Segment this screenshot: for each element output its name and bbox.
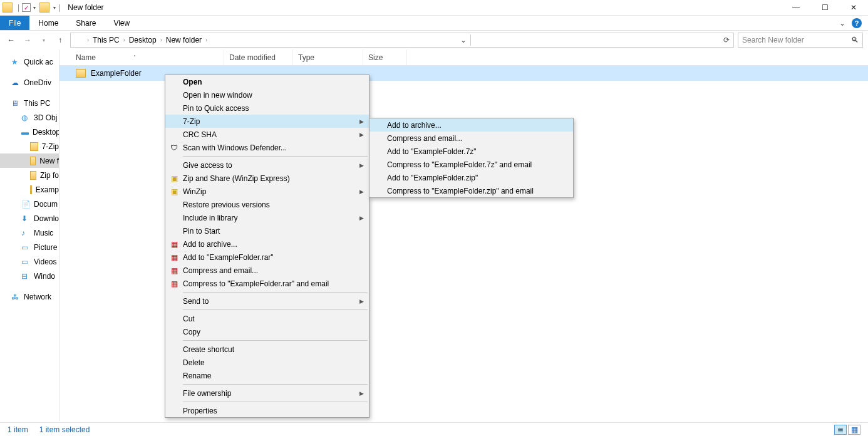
recent-dropdown-icon[interactable]: ▾ xyxy=(38,38,50,43)
ctx-defender[interactable]: 🛡Scan with Windows Defender... xyxy=(165,141,369,154)
view-details-button[interactable]: ≣ xyxy=(834,425,847,435)
sidebar-item-documents[interactable]: 📄Docum xyxy=(0,197,59,211)
folder-icon xyxy=(30,142,38,151)
address-bar[interactable]: › This PC › Desktop › New folder › ⌄ ⟳ xyxy=(70,33,734,48)
sidebar-item-label: Docum xyxy=(34,200,58,209)
ctx-pin-start[interactable]: Pin to Start xyxy=(165,224,369,237)
ctx-pin-quick-access[interactable]: Pin to Quick access xyxy=(165,101,369,115)
ctx-copy[interactable]: Copy xyxy=(165,325,369,338)
ctx-compress-email[interactable]: ▦Compress and email... xyxy=(165,264,369,277)
qat-properties-icon[interactable]: ✓ xyxy=(22,3,31,12)
sidebar-item-network[interactable]: 🖧Network xyxy=(0,289,59,304)
tab-file[interactable]: File xyxy=(0,16,29,30)
sidebar-item-music[interactable]: ♪Music xyxy=(0,226,59,240)
folder-icon xyxy=(30,171,36,180)
ctx-cut[interactable]: Cut xyxy=(165,312,369,325)
context-submenu-7zip: Add to archive... Compress and email... … xyxy=(369,118,574,198)
column-size[interactable]: Size xyxy=(363,49,407,65)
search-input[interactable]: Search New folder 🔍︎ xyxy=(738,33,863,48)
sidebar-item-pictures[interactable]: ▭Picture xyxy=(0,240,59,254)
ctx-7zip-compress-7z-email[interactable]: Compress to "ExampleFolder.7z" and email xyxy=(369,158,573,171)
sidebar-item-7zip[interactable]: 7-Zip xyxy=(0,139,59,153)
back-button[interactable]: ← xyxy=(5,36,18,44)
sidebar-item-windows[interactable]: ⊟Windo xyxy=(0,269,59,283)
breadcrumb[interactable]: New folder xyxy=(166,36,202,44)
navigation-pane[interactable]: ★Quick ac ☁OneDriv 🖥This PC ◍3D Obj ▬Des… xyxy=(0,49,59,421)
ctx-winzip[interactable]: ▣WinZip▶ xyxy=(165,185,369,198)
winrar-icon: ▦ xyxy=(169,279,179,289)
ctx-7zip-add-archive[interactable]: Add to archive... xyxy=(369,118,573,132)
ribbon-collapse-icon[interactable]: ⌄ xyxy=(833,19,852,28)
column-type[interactable]: Type xyxy=(293,49,363,65)
help-icon[interactable]: ? xyxy=(852,18,862,28)
ctx-open[interactable]: Open xyxy=(165,75,369,88)
separator xyxy=(183,292,368,293)
ctx-rename[interactable]: Rename xyxy=(165,369,369,382)
ctx-create-shortcut[interactable]: Create shortcut xyxy=(165,343,369,356)
separator xyxy=(183,402,368,402)
chevron-right-icon[interactable]: › xyxy=(205,37,207,43)
sidebar-item-example[interactable]: Examp xyxy=(0,182,59,197)
ctx-delete[interactable]: Delete xyxy=(165,356,369,369)
ctx-open-new-window[interactable]: Open in new window xyxy=(165,88,369,101)
ctx-crc-sha[interactable]: CRC SHA▶ xyxy=(165,128,369,141)
address-dropdown-icon[interactable]: ⌄ xyxy=(460,36,467,44)
ctx-add-archive[interactable]: ▦Add to archive... xyxy=(165,237,369,251)
folder-icon xyxy=(30,157,36,165)
ctx-properties[interactable]: Properties xyxy=(165,404,369,417)
cloud-icon: ☁ xyxy=(11,78,20,87)
sidebar-item-label: 7-Zip xyxy=(42,142,59,151)
column-date[interactable]: Date modified xyxy=(224,49,293,65)
sidebar-item-downloads[interactable]: ⬇Downlo xyxy=(0,211,59,226)
ctx-include-library[interactable]: Include in library▶ xyxy=(165,211,369,224)
tab-share[interactable]: Share xyxy=(67,16,105,30)
chevron-right-icon: ▶ xyxy=(359,118,364,125)
refresh-button[interactable]: ⟳ xyxy=(723,36,730,44)
forward-button[interactable]: → xyxy=(21,36,34,44)
tab-view[interactable]: View xyxy=(105,16,138,30)
ctx-send-to[interactable]: Send to▶ xyxy=(165,294,369,308)
qat-dropdown-icon[interactable]: ▾ xyxy=(53,5,56,11)
sidebar-item-quick-access[interactable]: ★Quick ac xyxy=(0,54,59,69)
search-icon[interactable]: 🔍︎ xyxy=(851,36,859,44)
sidebar-item-label: Quick ac xyxy=(24,58,53,66)
ctx-restore-versions[interactable]: Restore previous versions xyxy=(165,198,369,211)
view-large-icons-button[interactable]: ▦ xyxy=(848,425,860,435)
sidebar-item-this-pc[interactable]: 🖥This PC xyxy=(0,96,59,110)
minimize-button[interactable]: — xyxy=(782,0,810,16)
qat-dropdown-icon[interactable]: ▾ xyxy=(33,5,36,11)
column-name[interactable]: Name˄ xyxy=(71,49,224,65)
ctx-compress-rar-email[interactable]: ▦Compress to "ExampleFolder.rar" and ema… xyxy=(165,277,369,290)
close-button[interactable]: ✕ xyxy=(839,0,868,16)
ctx-7zip-add-7z[interactable]: Add to "ExampleFolder.7z" xyxy=(369,145,573,158)
folder-icon xyxy=(75,36,83,44)
sidebar-item-label: Examp xyxy=(36,185,59,194)
chevron-right-icon[interactable]: › xyxy=(123,37,125,43)
ctx-7zip[interactable]: 7-Zip▶ xyxy=(165,115,369,128)
sidebar-item-onedrive[interactable]: ☁OneDriv xyxy=(0,75,59,90)
ctx-winzip-express[interactable]: ▣Zip and Share (WinZip Express) xyxy=(165,172,369,185)
chevron-right-icon: ▶ xyxy=(359,162,364,169)
ctx-file-ownership[interactable]: File ownership▶ xyxy=(165,387,369,400)
ctx-7zip-add-zip[interactable]: Add to "ExampleFolder.zip" xyxy=(369,171,573,184)
ctx-7zip-compress-zip-email[interactable]: Compress to "ExampleFolder.zip" and emai… xyxy=(369,184,573,197)
sidebar-item-desktop[interactable]: ▬Desktop xyxy=(0,125,59,139)
breadcrumb[interactable]: This PC xyxy=(93,36,120,44)
search-placeholder: Search New folder xyxy=(742,36,804,44)
status-bar: 1 item 1 item selected ≣ ▦ xyxy=(0,422,868,436)
sidebar-item-videos[interactable]: ▭Videos xyxy=(0,254,59,269)
ctx-7zip-compress-email[interactable]: Compress and email... xyxy=(369,132,573,145)
breadcrumb[interactable]: Desktop xyxy=(129,36,157,44)
chevron-right-icon[interactable]: › xyxy=(87,37,89,43)
ctx-add-rar[interactable]: ▦Add to "ExampleFolder.rar" xyxy=(165,251,369,264)
sidebar-item-new-folder[interactable]: New f xyxy=(0,153,59,168)
sidebar-item-zip-folder[interactable]: Zip fo xyxy=(0,168,59,182)
winzip-icon: ▣ xyxy=(169,187,179,197)
sidebar-item-3d-objects[interactable]: ◍3D Obj xyxy=(0,110,59,125)
chevron-right-icon[interactable]: › xyxy=(160,37,162,43)
ctx-give-access[interactable]: Give access to▶ xyxy=(165,158,369,172)
tab-home[interactable]: Home xyxy=(29,16,67,30)
up-button[interactable]: ↑ xyxy=(54,36,66,44)
maximize-button[interactable]: ☐ xyxy=(810,0,839,16)
separator xyxy=(183,156,368,157)
